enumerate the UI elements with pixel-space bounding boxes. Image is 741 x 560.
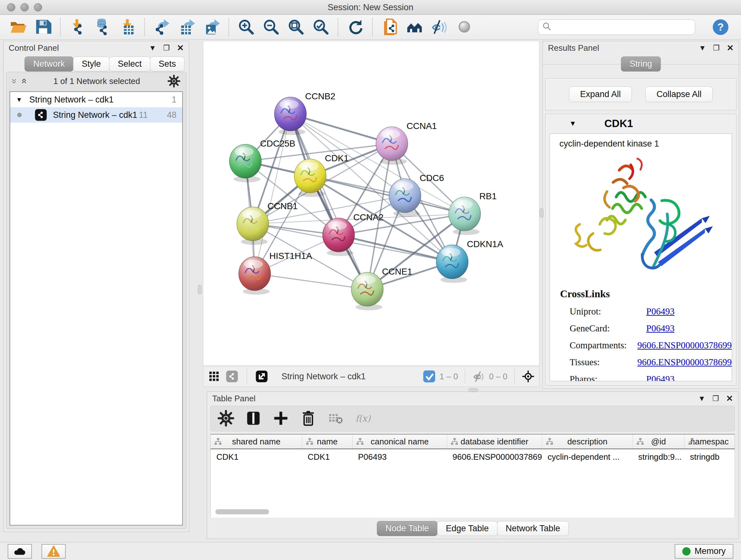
table-gear-button[interactable]	[218, 410, 234, 427]
column-header-namespac[interactable]: namespac	[684, 435, 735, 449]
network-row-selected[interactable]: String Network – cdk1 11 48	[10, 107, 182, 123]
selected-checkbox-icon[interactable]	[423, 370, 435, 383]
node-table[interactable]: shared namenamecanonical namedatabase id…	[210, 434, 735, 517]
export-image-button[interactable]	[202, 18, 221, 37]
table-cell: stringdb	[684, 452, 735, 462]
column-header-database-identifier[interactable]: database identifier	[447, 435, 542, 449]
home-networks-button[interactable]	[405, 18, 424, 37]
tab-node-table[interactable]: Node Table	[377, 521, 437, 536]
network-overview-share-icon[interactable]	[226, 370, 239, 383]
table-function-button[interactable]: f(x)	[355, 410, 372, 427]
hidden-eye-icon[interactable]	[472, 370, 485, 383]
tab-style[interactable]: Style	[73, 57, 110, 71]
column-header-name[interactable]: name	[302, 435, 352, 449]
network-collection-row[interactable]: ▼ String Network – cdk1 1	[10, 92, 182, 107]
tab-string[interactable]: String	[621, 57, 661, 71]
splitter-handle-bottom[interactable]	[468, 388, 478, 392]
refresh-view-button[interactable]	[346, 18, 364, 37]
import-table-button[interactable]	[118, 18, 137, 37]
node-CDKN1A[interactable]: CDKN1A	[436, 239, 503, 283]
column-header-shared-name[interactable]: shared name	[211, 435, 302, 449]
tab-network[interactable]: Network	[24, 57, 73, 71]
network-selection-status: 1 of 1 Network selected	[26, 76, 167, 86]
panel-maximize-icon[interactable]: ❐	[713, 44, 720, 52]
network-view-toolbar: String Network – cdk1 1 – 0 0 – 0	[203, 366, 539, 387]
warning-status-button[interactable]	[42, 544, 66, 559]
string-network-graph[interactable]: CCNB2CCNA1CDC25BCDK1CDC6RB1CCNB1CCNA2CDK…	[203, 41, 540, 366]
node-CCNB2[interactable]: CCNB2	[274, 91, 335, 135]
crosslink-link[interactable]: P06493	[646, 306, 675, 317]
node-details-section: ▼ CDK1 cyclin-dependent kinase 1	[545, 114, 736, 385]
panel-maximize-icon[interactable]: ❐	[163, 44, 170, 52]
search-icon	[542, 22, 552, 33]
node-layer: CCNB2CCNA1CDC25BCDK1CDC6RB1CCNB1CCNA2CDK…	[229, 91, 503, 310]
node-CCNB1[interactable]: CCNB1	[237, 201, 298, 245]
column-header-description[interactable]: description	[542, 435, 632, 449]
zoom-in-button[interactable]	[237, 18, 255, 37]
network-view-canvas[interactable]: CCNB2CCNA1CDC25BCDK1CDC6RB1CCNB1CCNA2CDK…	[203, 41, 539, 366]
help-button[interactable]: ?	[712, 18, 730, 36]
table-columns-button[interactable]	[245, 410, 262, 427]
edge-HIST1H1A-CCNE1[interactable]	[255, 273, 367, 289]
crosslink-link[interactable]: P06493	[646, 374, 675, 381]
import-network-from-database-button[interactable]	[93, 18, 112, 37]
crosslink-link[interactable]: 9606.ENSP00000378699	[637, 340, 732, 351]
save-session-button[interactable]	[34, 18, 52, 37]
search-input[interactable]	[554, 22, 691, 32]
panel-close-icon[interactable]: ✕	[727, 44, 734, 52]
edge-CCNB2-CCNE1[interactable]	[290, 114, 367, 289]
expand-all-button[interactable]: Expand All	[569, 86, 632, 102]
expand-all-networks-icon[interactable]: »	[18, 78, 29, 84]
section-collapse-caret-icon[interactable]: ▼	[569, 119, 576, 128]
export-table-button[interactable]	[178, 18, 196, 37]
memory-button[interactable]: Memory	[675, 544, 733, 559]
splitter-handle-left[interactable]	[198, 285, 202, 294]
panel-float-icon[interactable]: ▼	[149, 44, 156, 52]
open-session-button[interactable]	[9, 18, 27, 37]
edge-CCNB2-HIST1H1A[interactable]	[255, 114, 290, 273]
table-horizontal-scrollbar[interactable]	[215, 509, 269, 514]
node-RB1[interactable]: RB1	[449, 191, 496, 235]
column-header-canonical-name[interactable]: canonical name	[352, 435, 447, 449]
protein-structure-image	[561, 152, 720, 280]
enrichment-sphere-button[interactable]	[455, 18, 474, 37]
panel-float-icon[interactable]: ▼	[699, 44, 706, 52]
fit-content-crosshair-icon[interactable]	[522, 370, 535, 383]
collection-expand-caret-icon[interactable]: ▼	[16, 96, 22, 104]
panel-float-icon[interactable]: ▼	[698, 395, 705, 402]
panel-close-icon[interactable]: ✕	[177, 44, 184, 52]
import-network-button[interactable]	[68, 18, 87, 37]
network-options-gear-icon[interactable]	[167, 75, 180, 87]
zoom-fit-button[interactable]	[286, 18, 305, 37]
tab-sets[interactable]: Sets	[150, 57, 185, 71]
node-label-CCNE1: CCNE1	[382, 266, 412, 276]
cloud-status-button[interactable]	[8, 544, 32, 559]
detach-view-icon[interactable]	[255, 370, 268, 383]
export-network-button[interactable]	[152, 18, 171, 37]
crosslink-link[interactable]: P06493	[646, 323, 675, 334]
home-networks-icon	[406, 18, 423, 36]
node-HIST1H1A[interactable]: HIST1H1A	[239, 251, 312, 295]
collapse-all-button[interactable]: Collapse All	[645, 86, 713, 102]
panel-close-icon[interactable]: ✕	[726, 394, 733, 402]
node-details-header[interactable]: ▼ CDK1	[546, 114, 736, 133]
enrichment-visibility-button[interactable]	[430, 18, 449, 37]
zoom-out-button[interactable]	[262, 18, 280, 37]
panel-maximize-icon[interactable]: ❐	[713, 395, 719, 402]
column-header--id[interactable]: @id	[632, 435, 684, 449]
tab-network-table[interactable]: Network Table	[497, 521, 569, 536]
table-clear-button[interactable]	[327, 410, 344, 427]
tab-edge-table[interactable]: Edge Table	[437, 521, 497, 536]
table-row[interactable]: CDK1CDK1P064939606.ENSP00000378699cyclin…	[211, 449, 735, 464]
node-CDC25B[interactable]: CDC25B	[229, 138, 295, 182]
string-document-button[interactable]	[381, 18, 399, 37]
table-add-button[interactable]	[273, 410, 289, 427]
toolbar-divider	[144, 18, 145, 36]
tab-select[interactable]: Select	[109, 57, 150, 71]
node-CDC6[interactable]: CDC6	[389, 173, 444, 217]
birdseye-view-icon[interactable]	[208, 370, 220, 383]
splitter-handle-right[interactable]	[540, 208, 543, 218]
zoom-selected-button[interactable]	[312, 18, 330, 37]
crosslink-link[interactable]: 9606.ENSP00000378699	[637, 357, 732, 368]
table-delete-button[interactable]	[300, 410, 317, 427]
